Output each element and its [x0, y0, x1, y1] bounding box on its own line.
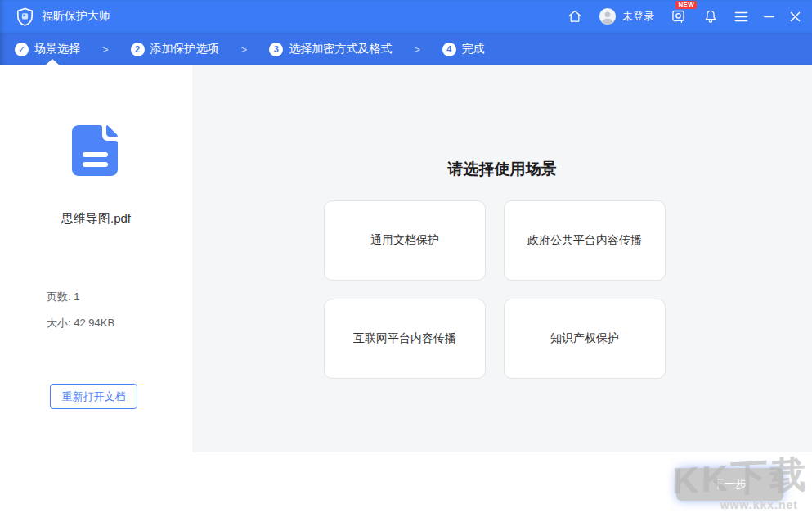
menu-button[interactable] [734, 11, 748, 22]
app-window: 福昕保护大师 未登录 NEW [0, 0, 812, 513]
document-sidebar: 思维导图.pdf 页数: 1 大小: 42.94KB 重新打开文档 [0, 65, 192, 452]
step2-number: 2 [131, 43, 145, 56]
pdf-document-icon [72, 125, 118, 176]
home-button[interactable] [567, 8, 583, 25]
notifications-button[interactable] [702, 8, 719, 25]
scene-card-label: 通用文档保护 [370, 233, 439, 248]
scene-selection-title: 请选择使用场景 [192, 159, 812, 180]
login-status-label: 未登录 [622, 9, 654, 24]
bell-icon [702, 8, 719, 25]
scene-card-government-platform[interactable]: 政府公共平台内容传播 [504, 200, 666, 281]
pages-label: 页数: [47, 290, 71, 303]
step1-label: 场景选择 [34, 42, 80, 56]
file-size-row: 大小: 42.94KB [47, 316, 114, 331]
content-area: 思维导图.pdf 页数: 1 大小: 42.94KB 重新打开文档 请选择使用场… [0, 65, 812, 452]
step3-number: 3 [269, 43, 283, 56]
shield-logo-icon [15, 7, 35, 27]
scene-card-internet-platform[interactable]: 互联网平台内容传播 [324, 299, 486, 379]
avatar-icon [599, 7, 617, 25]
step-protection-options[interactable]: 2 添加保护选项 [131, 42, 219, 56]
scene-card-ip-protection[interactable]: 知识产权保护 [504, 299, 666, 379]
size-value: 42.94KB [74, 317, 114, 329]
minimize-button[interactable] [764, 11, 774, 22]
step4-number: 4 [442, 43, 456, 56]
active-step-pointer [45, 59, 60, 65]
footer-bar: 下一步 [0, 452, 812, 513]
step-separator-icon: > [241, 43, 248, 56]
step-scene-selection[interactable]: ✓ 场景选择 [15, 42, 80, 56]
next-step-button[interactable]: 下一步 [676, 468, 783, 501]
user-account-button[interactable]: 未登录 [599, 7, 654, 25]
hamburger-menu-icon [734, 11, 748, 22]
scene-card-label: 互联网平台内容传播 [353, 331, 456, 346]
scene-card-label: 政府公共平台内容传播 [527, 233, 642, 248]
document-filename: 思维导图.pdf [0, 211, 192, 227]
page-count-row: 页数: 1 [47, 290, 79, 304]
step-encryption-format[interactable]: 3 选择加密方式及格式 [269, 42, 392, 56]
step-finish[interactable]: 4 完成 [442, 42, 485, 56]
scene-card-general-document[interactable]: 通用文档保护 [324, 200, 486, 281]
vault-icon [670, 8, 687, 25]
scene-card-label: 知识产权保护 [550, 331, 619, 346]
close-button[interactable] [790, 11, 801, 22]
step2-label: 添加保护选项 [150, 42, 219, 56]
reopen-document-button[interactable]: 重新打开文档 [50, 384, 137, 409]
new-badge: NEW [675, 1, 697, 10]
titlebar-actions: 未登录 NEW [567, 7, 801, 25]
vault-button[interactable]: NEW [670, 8, 687, 25]
step1-check-icon: ✓ [15, 43, 29, 56]
step3-label: 选择加密方式及格式 [289, 42, 392, 56]
close-icon [790, 11, 801, 22]
app-title: 福昕保护大师 [42, 9, 110, 24]
home-icon [567, 8, 583, 25]
pages-value: 1 [74, 290, 79, 303]
minimize-icon [764, 11, 774, 22]
step-separator-icon: > [102, 43, 109, 56]
step4-label: 完成 [462, 42, 485, 56]
scene-selection-panel: 请选择使用场景 通用文档保护 政府公共平台内容传播 互联网平台内容传播 知识产权… [192, 65, 812, 452]
step-separator-icon: > [414, 43, 420, 56]
wizard-stepbar: ✓ 场景选择 > 2 添加保护选项 > 3 选择加密方式及格式 > 4 完成 [0, 33, 812, 65]
scene-cards-grid: 通用文档保护 政府公共平台内容传播 互联网平台内容传播 知识产权保护 [324, 200, 666, 379]
titlebar: 福昕保护大师 未登录 NEW [0, 0, 812, 33]
size-label: 大小: [47, 317, 71, 329]
